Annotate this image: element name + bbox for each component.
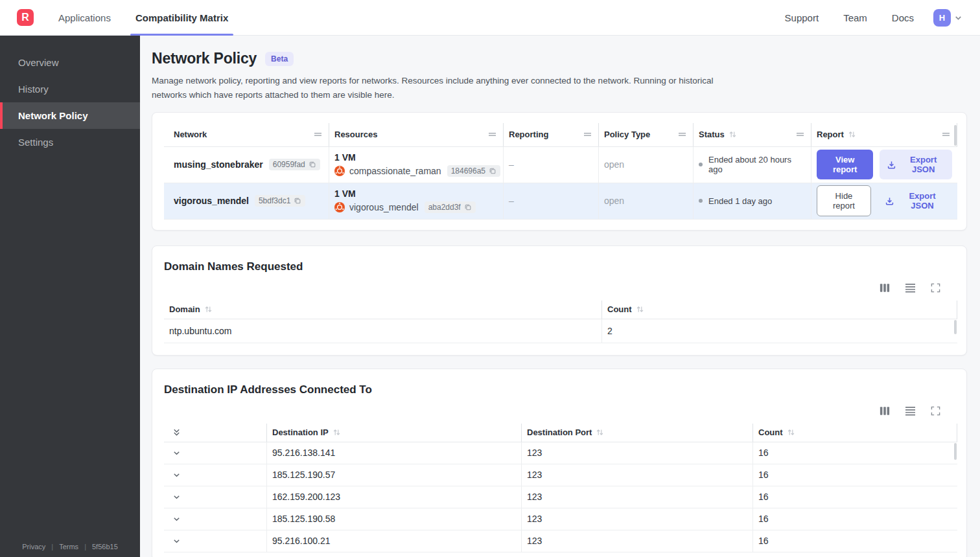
export-label: Export JSON [900,191,945,210]
brand-logo[interactable]: R [17,9,34,26]
destination-port-cell: 123 [521,486,752,508]
table-toolbar [164,406,956,416]
column-resize-handle-icon[interactable] [796,131,804,137]
privacy-link[interactable]: Privacy [22,543,45,551]
destinations-card: Destination IP Addresses Connected To [152,369,967,557]
columns-icon[interactable] [880,283,890,293]
tab-applications[interactable]: Applications [57,0,112,36]
count-cell: 16 [752,486,957,508]
avatar[interactable]: H [933,9,951,27]
report-cell: View report Export JSON [811,147,957,183]
hash-badge: 5bdf3dc1 [255,195,305,207]
beta-badge: Beta [265,52,294,66]
column-header-domain[interactable]: Domain [164,301,601,319]
copy-icon[interactable] [489,167,496,175]
nav-link-support[interactable]: Support [785,12,819,23]
sort-icon[interactable] [596,429,604,436]
table-row: 185.125.190.58 123 16 [164,508,957,530]
hash-badge: 60959fad [269,159,320,170]
expand-cell [164,464,266,486]
sidebar-item-overview[interactable]: Overview [0,49,140,76]
chevron-down-icon[interactable] [172,537,181,545]
export-json-button[interactable]: Export JSON [880,150,952,179]
sort-icon[interactable] [204,306,213,313]
column-label: Status [699,130,725,139]
status-dot [699,199,703,203]
report-cell: Hide report Export JSON [811,183,957,219]
expand-cell [164,486,266,508]
destinations-table: Destination IP Destination Port Count [164,424,957,557]
expand-all-icon[interactable] [172,427,181,437]
columns-icon[interactable] [880,406,890,416]
expand-cell [164,530,266,552]
policy-type-cell: open [598,147,693,183]
column-header-destination-port[interactable]: Destination Port [521,424,752,442]
sidebar-item-history[interactable]: History [0,76,140,102]
chevron-down-icon[interactable] [172,493,181,501]
destination-ip-cell: 185.125.190.57 [266,464,521,486]
scrollbar-thumb[interactable] [954,320,957,334]
tab-compatibility-matrix[interactable]: Compatibility Matrix [134,0,229,36]
page-title: Network Policy [152,50,257,67]
copy-icon[interactable] [309,161,316,168]
top-nav: R Applications Compatibility Matrix Supp… [0,0,980,36]
view-report-button[interactable]: View report [817,150,873,179]
chevron-down-icon[interactable] [172,515,181,523]
count-cell: 2 [601,319,957,343]
count-cell: 16 [752,530,957,552]
sidebar-item-network-policy[interactable]: Network Policy [0,102,140,129]
column-header-status[interactable]: Status [693,123,811,146]
reporting-cell: – [503,147,598,183]
copy-icon[interactable] [464,203,472,211]
column-resize-handle-icon[interactable] [314,131,322,137]
networks-card: Network Resources Reporting [152,112,967,231]
scrollbar-thumb[interactable] [954,125,957,146]
scrollbar-thumb[interactable] [954,443,957,460]
sort-icon[interactable] [636,306,644,313]
sort-icon[interactable] [787,429,795,436]
column-resize-handle-icon[interactable] [583,131,592,137]
destination-ip-cell: 95.216.100.21 [266,530,521,552]
network-name: musing_stonebraker [174,159,263,170]
destination-ip-cell: 95.216.138.141 [266,442,521,464]
chevron-down-icon[interactable] [172,471,181,479]
card-title: Domain Names Requested [164,260,956,273]
hash-badge: 184696a5 [447,165,500,177]
row-density-icon[interactable] [905,406,916,416]
nav-link-team[interactable]: Team [843,12,867,23]
build-hash: 5f56b15 [92,543,118,551]
sort-icon[interactable] [848,131,856,138]
terms-link[interactable]: Terms [59,543,78,551]
column-label: Domain [169,304,200,314]
sort-icon[interactable] [729,131,737,138]
row-density-icon[interactable] [905,283,916,293]
chevron-down-icon[interactable] [172,449,181,457]
table-row-selected: vigorous_mendel 5bdf3dc1 1 VM [164,183,957,220]
table-row: 185.125.190.57 123 16 [164,464,957,486]
nav-link-docs[interactable]: Docs [892,12,914,23]
column-resize-handle-icon[interactable] [488,131,496,137]
column-header-count[interactable]: Count [601,301,957,319]
networks-table: Network Resources Reporting [164,123,957,220]
fullscreen-icon[interactable] [931,406,940,416]
export-json-button[interactable]: Export JSON [878,186,952,216]
count-cell: 16 [752,464,957,486]
fullscreen-icon[interactable] [931,283,940,293]
sidebar-item-settings[interactable]: Settings [0,129,140,155]
destination-port-cell: 123 [521,464,752,486]
column-resize-handle-icon[interactable] [942,131,950,137]
destination-ip-cell: 162.159.200.123 [266,486,521,508]
network-name: vigorous_mendel [174,196,249,206]
column-header-count[interactable]: Count [752,424,957,442]
column-header-report[interactable]: Report [811,123,957,146]
network-cell: vigorous_mendel 5bdf3dc1 [164,183,329,219]
column-header-destination-ip[interactable]: Destination IP [266,424,521,442]
column-resize-handle-icon[interactable] [678,131,686,137]
chevron-down-icon[interactable] [953,13,963,23]
vm-count: 1 VM [334,188,476,199]
status-dot [699,163,703,166]
sort-icon[interactable] [332,429,341,436]
ubuntu-icon [334,202,345,212]
copy-icon[interactable] [294,197,301,205]
hide-report-button[interactable]: Hide report [817,185,871,216]
